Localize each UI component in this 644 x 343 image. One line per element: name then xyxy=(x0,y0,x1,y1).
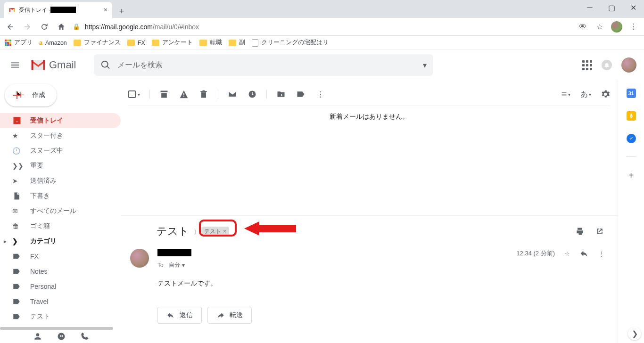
sidebar-item-important[interactable]: ❯❯重要 xyxy=(0,158,121,173)
sidebar-label-fx[interactable]: FX xyxy=(0,249,121,264)
new-tab-button[interactable]: + xyxy=(115,5,128,18)
message-subject: テスト xyxy=(157,224,189,238)
sidebar-item-starred[interactable]: ★スター付き xyxy=(0,128,121,143)
gmail-logo[interactable]: Gmail xyxy=(30,59,76,71)
window-close-button[interactable]: ✕ xyxy=(622,0,644,15)
gmail-app: Gmail ▾ 作成 受信トレイ ★スター付き 🕘スヌーズ中 ❯❯重要 ➤送信済… xyxy=(0,50,644,343)
keep-addon-icon[interactable] xyxy=(627,111,636,121)
compose-plus-icon xyxy=(15,90,26,101)
gmail-logo-text: Gmail xyxy=(49,59,76,71)
sidebar-item-drafts[interactable]: 下書き xyxy=(0,188,121,204)
add-addon-icon[interactable]: + xyxy=(628,170,634,181)
sidebar-label-test[interactable]: テスト xyxy=(0,309,121,324)
gmail-header: Gmail ▾ xyxy=(0,50,644,80)
search-options-icon[interactable]: ▾ xyxy=(423,61,427,70)
hangouts-icon[interactable] xyxy=(57,332,66,341)
calendar-addon-icon[interactable]: 31 xyxy=(627,89,636,98)
tab-close-icon[interactable]: × xyxy=(104,6,107,14)
sidebar-item-categories[interactable]: ❯カテゴリ xyxy=(0,234,121,249)
more-icon[interactable]: ⋮ xyxy=(316,90,325,99)
bookmark-amazon[interactable]: aAmazon xyxy=(39,40,67,46)
move-to-icon[interactable] xyxy=(276,90,286,99)
sender-avatar[interactable] xyxy=(130,249,149,268)
hangouts-footer xyxy=(33,332,90,341)
sidebar-label: 下書き xyxy=(30,192,50,200)
search-input[interactable] xyxy=(117,61,416,69)
nav-forward-icon[interactable] xyxy=(22,21,33,33)
browser-tab[interactable]: 受信トレイ -xxxxxxxxx × xyxy=(4,2,112,18)
important-icon: ❯❯ xyxy=(12,162,22,170)
sidebar-label-notes[interactable]: Notes xyxy=(0,264,121,279)
report-spam-icon[interactable] xyxy=(179,90,189,99)
sidepanel-collapse-button[interactable]: ❯ xyxy=(628,327,641,340)
sidebar-label: テスト xyxy=(30,312,50,321)
account-avatar[interactable] xyxy=(621,57,636,73)
sender-name-redacted xyxy=(157,249,191,256)
bookmark-side[interactable]: 副 xyxy=(229,39,245,47)
settings-icon[interactable] xyxy=(601,90,610,99)
window-minimize-button[interactable]: ─ xyxy=(579,0,601,15)
message-time: 12:34 (2 分前) xyxy=(516,249,555,258)
select-all-checkbox[interactable]: ▾ xyxy=(128,90,140,98)
folder-icon xyxy=(229,40,236,46)
eye-icon[interactable]: 👁 xyxy=(577,21,588,33)
nav-back-icon[interactable] xyxy=(5,21,16,33)
open-new-window-icon[interactable] xyxy=(595,227,604,236)
sidebar-item-trash[interactable]: 🗑ゴミ箱 xyxy=(0,219,121,234)
label-chip-text: テスト xyxy=(204,228,221,236)
print-icon[interactable] xyxy=(575,227,585,236)
gmail-logo-icon xyxy=(30,59,46,71)
reply-icon[interactable] xyxy=(579,249,589,258)
profile-avatar-button[interactable] xyxy=(611,21,622,33)
bookmark-apps[interactable]: アプリ xyxy=(5,39,33,47)
folder-icon xyxy=(127,40,135,46)
label-remove-icon[interactable]: × xyxy=(223,228,226,235)
bookmark-finance[interactable]: ファイナンス xyxy=(74,39,121,47)
tasks-addon-icon[interactable] xyxy=(627,134,636,143)
bookmark-star-icon[interactable]: ☆ xyxy=(594,21,605,33)
notifications-icon[interactable] xyxy=(602,60,612,70)
address-bar[interactable]: 🔒 https://mail.google.com/mail/u/0/#inbo… xyxy=(73,20,571,34)
search-bar[interactable]: ▾ xyxy=(94,54,433,76)
label-chip[interactable]: テスト× xyxy=(201,227,229,237)
bookmark-fx[interactable]: FX xyxy=(127,40,145,46)
input-tools-icon[interactable]: あ▾ xyxy=(581,90,590,99)
forward-button[interactable]: 転送 xyxy=(207,307,252,324)
compose-button[interactable]: 作成 xyxy=(5,84,57,106)
archive-icon[interactable] xyxy=(159,90,169,99)
nav-reload-icon[interactable] xyxy=(39,21,50,33)
side-panel: 31 + xyxy=(618,80,644,343)
density-icon[interactable]: ▾ xyxy=(561,90,570,99)
google-apps-icon[interactable] xyxy=(582,60,592,70)
window-controls: ─ ▢ ✕ xyxy=(579,0,644,15)
labels-icon[interactable] xyxy=(296,90,305,99)
reply-button[interactable]: 返信 xyxy=(157,307,202,324)
delete-icon[interactable] xyxy=(199,90,208,99)
categories-icon: ❯ xyxy=(12,237,22,245)
star-icon: ★ xyxy=(12,132,22,139)
recipient-line[interactable]: To 自分▾ xyxy=(157,261,191,269)
bookmark-cleaning[interactable]: クリーニングの宅配はリ xyxy=(252,39,329,47)
mark-unread-icon[interactable] xyxy=(228,90,237,99)
nav-home-icon[interactable] xyxy=(56,21,67,33)
phone-icon[interactable] xyxy=(80,332,90,341)
sidebar-label-personal[interactable]: Personal xyxy=(0,279,121,294)
star-message-icon[interactable]: ☆ xyxy=(564,250,570,257)
browser-tab-title: 受信トレイ -xxxxxxxxx xyxy=(19,6,101,14)
sidebar-label: 受信トレイ xyxy=(30,116,63,125)
snooze-icon[interactable] xyxy=(248,90,257,99)
bookmark-survey[interactable]: アンケート xyxy=(152,39,193,47)
bookmark-job[interactable]: 転職 xyxy=(199,39,222,47)
contacts-icon[interactable] xyxy=(33,332,42,341)
importance-marker-icon[interactable]: ⟩ xyxy=(194,227,197,236)
window-maximize-button[interactable]: ▢ xyxy=(601,0,622,15)
main-menu-button[interactable] xyxy=(4,54,26,76)
message-more-icon[interactable]: ⋮ xyxy=(598,250,604,257)
browser-menu-icon[interactable]: ⋮ xyxy=(628,21,639,33)
sidebar-label-travel[interactable]: Travel xyxy=(0,294,121,309)
sidebar-item-allmail[interactable]: ✉すべてのメール xyxy=(0,204,121,219)
sidebar-item-inbox[interactable]: 受信トレイ xyxy=(0,113,121,128)
sidebar-item-sent[interactable]: ➤送信済み xyxy=(0,173,121,188)
sidebar-scrollbar[interactable] xyxy=(0,327,113,330)
sidebar-item-snoozed[interactable]: 🕘スヌーズ中 xyxy=(0,143,121,158)
